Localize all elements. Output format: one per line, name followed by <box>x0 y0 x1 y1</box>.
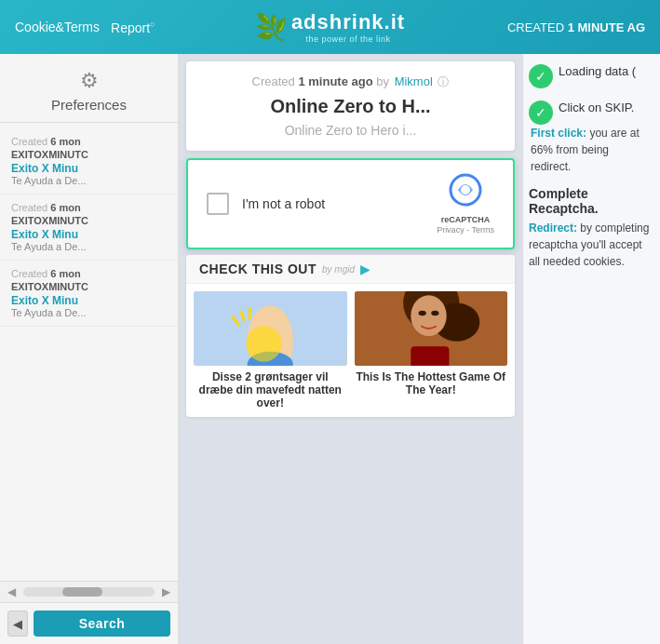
scroll-track[interactable] <box>23 587 155 597</box>
item-desc: Te Ayuda a De... <box>11 241 168 252</box>
mgid-card-label-1: Disse 2 grøntsager vil dræbe din mavefed… <box>194 370 347 409</box>
step-2-desc: First click: you are at 66% from being r… <box>529 125 651 175</box>
header-nav: Cookie&Terms Report○ <box>15 20 155 35</box>
redirect-label: Redirect: <box>529 221 577 235</box>
mgid-card-img-2 <box>355 291 508 366</box>
mgid-cards: Disse 2 grøntsager vil dræbe din mavefed… <box>186 284 515 417</box>
mgid-play-icon: ▶ <box>360 262 370 276</box>
step-1-text: Loading data ( <box>559 63 636 80</box>
recaptcha-icon <box>449 173 482 213</box>
logo-name: adshrink.it <box>291 10 405 34</box>
sidebar-items-list: Created 6 mon EXITOXMINUTC Exito X Minu … <box>0 123 178 581</box>
item-code: EXITOXMINUTC <box>11 215 168 226</box>
scroll-thumb <box>62 587 101 597</box>
sidebar: ⚙ Preferences Created 6 mon EXITOXMINUTC… <box>0 54 179 644</box>
step-3-group: Complete Recaptcha. Redirect: by complet… <box>529 186 651 270</box>
ad-author-link[interactable]: Mikmol <box>395 74 433 88</box>
ad-created-info: Created 1 minute ago by Mikmol ⓘ <box>201 74 500 90</box>
item-code: EXITOXMINUTC <box>11 281 168 292</box>
item-created: Created 6 mon <box>11 268 168 279</box>
terms-link[interactable]: Terms <box>472 225 495 235</box>
svg-point-13 <box>411 295 446 336</box>
logo-icon: 🌿 <box>255 12 288 43</box>
mgid-card-1[interactable]: Disse 2 grøntsager vil dræbe din mavefed… <box>194 291 347 409</box>
main-layout: ⚙ Preferences Created 6 mon EXITOXMINUTC… <box>0 54 660 644</box>
preferences-label: Preferences <box>51 97 127 113</box>
step-1: ✓ Loading data ( <box>529 63 651 88</box>
list-item: Created 6 mon EXITOXMINUTC Exito X Minu … <box>0 195 178 261</box>
cookie-terms-link[interactable]: Cookie&Terms <box>15 20 100 34</box>
preferences-section: ⚙ Preferences <box>0 54 178 123</box>
step-2-group: ✓ Click on SKIP. First click: you are at… <box>529 100 651 175</box>
search-area: ◀ Search <box>0 602 178 644</box>
ad-title: Online Zero to H... <box>201 96 500 117</box>
search-button[interactable]: Search <box>34 610 170 637</box>
gear-icon: ⚙ <box>80 69 99 93</box>
mgid-card-label-2: This Is The Hottest Game Of The Year! <box>355 370 508 396</box>
item-code: EXITOXMINUTC <box>11 149 168 160</box>
recaptcha-brand: reCAPTCHA <box>441 215 491 224</box>
report-link[interactable]: Report○ <box>111 20 155 35</box>
item-created: Created 6 mon <box>11 202 168 213</box>
item-created: Created 6 mon <box>11 136 168 147</box>
mgid-header: CHECK THIS OUT by mgid ▶ <box>186 255 515 284</box>
list-item: Created 6 mon EXITOXMINUTC Exito X Minu … <box>0 128 178 195</box>
step-2-check: ✓ <box>529 101 553 125</box>
item-desc: Te Ayuda a De... <box>11 307 168 318</box>
svg-rect-16 <box>411 346 449 366</box>
center-panel: Created 1 minute ago by Mikmol ⓘ Online … <box>179 54 522 644</box>
first-click-label: First click: <box>531 127 586 140</box>
step-2: ✓ Click on SKIP. <box>529 100 651 125</box>
step-1-check: ✓ <box>529 64 553 88</box>
scroll-right-arrow[interactable]: ▶ <box>158 584 174 600</box>
step-2-text: Click on SKIP. <box>559 100 634 116</box>
svg-point-14 <box>418 311 425 315</box>
recaptcha-widget: I'm not a robot reCAPTCHA Privacy - Term… <box>186 158 515 249</box>
right-panel: ✓ Loading data ( ✓ Click on SKIP. First … <box>522 54 660 644</box>
mgid-card-img-1 <box>194 291 347 366</box>
recaptcha-links: Privacy - Terms <box>437 225 494 235</box>
header-logo: 🌿 adshrink.it the power of the link <box>255 10 405 44</box>
mgid-section: CHECK THIS OUT by mgid ▶ <box>186 255 515 417</box>
item-link[interactable]: Exito X Minu <box>11 294 168 307</box>
privacy-link[interactable]: Privacy <box>437 225 465 235</box>
recaptcha-label: I'm not a robot <box>242 196 424 211</box>
item-link[interactable]: Exito X Minu <box>11 228 168 241</box>
mgid-title: CHECK THIS OUT <box>199 262 317 276</box>
item-link[interactable]: Exito X Minu <box>11 162 168 175</box>
recaptcha-logo: reCAPTCHA Privacy - Terms <box>437 173 494 235</box>
header: Cookie&Terms Report○ 🌿 adshrink.it the p… <box>0 0 660 54</box>
recaptcha-checkbox[interactable] <box>207 193 229 215</box>
scroll-left-arrow[interactable]: ◀ <box>4 584 20 600</box>
horizontal-scrollbar[interactable]: ◀ ▶ <box>0 581 178 602</box>
ad-desc: Online Zero to Hero i... <box>201 123 500 138</box>
mgid-brand: by mgid <box>322 264 355 275</box>
svg-point-1 <box>461 185 470 195</box>
complete-title: Complete Recaptcha. <box>529 186 651 216</box>
logo-tagline: the power of the link <box>291 34 405 44</box>
complete-desc: Redirect: by completing recaptcha you'll… <box>529 220 651 270</box>
search-prev-button[interactable]: ◀ <box>7 610 28 637</box>
ad-card: Created 1 minute ago by Mikmol ⓘ Online … <box>186 61 515 151</box>
list-item: Created 6 mon EXITOXMINUTC Exito X Minu … <box>0 261 178 327</box>
item-desc: Te Ayuda a De... <box>11 175 168 186</box>
svg-point-5 <box>246 326 281 361</box>
mgid-card-2[interactable]: This Is The Hottest Game Of The Year! <box>355 291 508 409</box>
created-badge: CREATED 1 MINUTE AG <box>507 20 645 34</box>
svg-point-15 <box>431 311 438 315</box>
